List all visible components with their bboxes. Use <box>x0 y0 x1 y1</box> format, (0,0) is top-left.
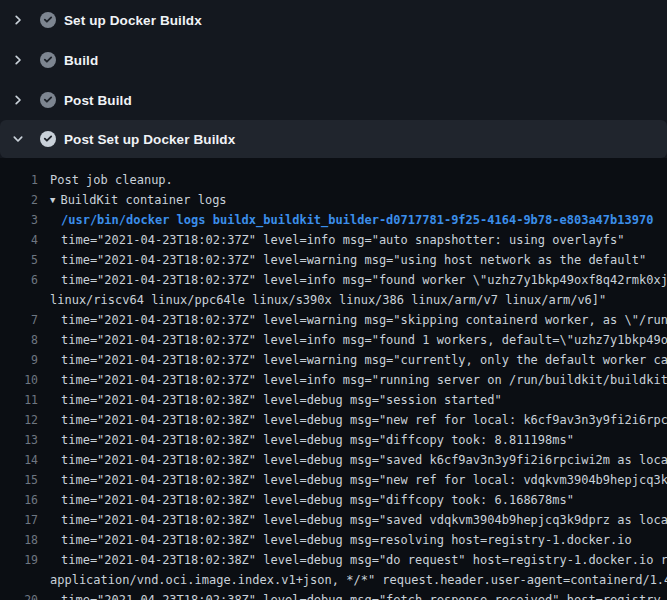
step-row-post-build[interactable]: Post Build <box>0 80 667 120</box>
chevron-right-icon <box>12 14 24 26</box>
log-line-number[interactable]: 5 <box>0 253 38 267</box>
step-row-build[interactable]: Build <box>0 40 667 80</box>
log-line-number[interactable]: 10 <box>0 373 38 387</box>
log-line: 18 time="2021-04-23T18:02:38Z" level=deb… <box>0 530 667 550</box>
log-line-number[interactable]: 3 <box>0 213 38 227</box>
log-line: 6 time="2021-04-23T18:02:37Z" level=info… <box>0 270 667 290</box>
log-line: 10 time="2021-04-23T18:02:37Z" level=inf… <box>0 370 667 390</box>
log-line: 8 time="2021-04-23T18:02:37Z" level=info… <box>0 330 667 350</box>
log-line-text: time="2021-04-23T18:02:37Z" level=warnin… <box>50 253 646 267</box>
log-line-number[interactable]: 4 <box>0 233 38 247</box>
log-line: 2 ▼BuildKit container logs <box>0 190 667 210</box>
log-group-toggle-icon[interactable]: ▼ <box>50 195 55 205</box>
log-line-number[interactable]: 14 <box>0 453 38 467</box>
step-row-set-up-docker-buildx[interactable]: Set up Docker Buildx <box>0 0 667 40</box>
log-line-number[interactable]: 12 <box>0 413 38 427</box>
log-line: 16 time="2021-04-23T18:02:38Z" level=deb… <box>0 490 667 510</box>
log-line-number[interactable]: 20 <box>0 593 38 600</box>
log-line: 1 Post job cleanup. <box>0 170 667 190</box>
log-line-text: time="2021-04-23T18:02:38Z" level=debug … <box>50 533 632 547</box>
success-check-icon <box>40 92 56 108</box>
log-line-text: time="2021-04-23T18:02:37Z" level=warnin… <box>50 353 667 367</box>
log-line-number[interactable]: 15 <box>0 473 38 487</box>
chevron-right-icon <box>12 54 24 66</box>
step-title: Post Set up Docker Buildx <box>64 132 235 147</box>
log-line-text: ▼BuildKit container logs <box>50 193 227 207</box>
log-line: 14 time="2021-04-23T18:02:38Z" level=deb… <box>0 450 667 470</box>
log-output-panel: 1 Post job cleanup. 2 ▼BuildKit containe… <box>0 158 667 600</box>
log-line: 20 time="2021-04-23T18:02:38Z" level=deb… <box>0 590 667 600</box>
log-line-text: time="2021-04-23T18:02:37Z" level=warnin… <box>50 313 667 327</box>
log-line: 17 time="2021-04-23T18:02:38Z" level=deb… <box>0 510 667 530</box>
log-line-number[interactable]: 1 <box>0 173 38 187</box>
log-line-text: time="2021-04-23T18:02:37Z" level=info m… <box>50 273 667 287</box>
log-line-number[interactable]: 2 <box>0 193 38 207</box>
log-line-text: time="2021-04-23T18:02:38Z" level=debug … <box>50 413 667 427</box>
chevron-down-icon <box>12 133 24 145</box>
log-line-text: time="2021-04-23T18:02:37Z" level=info m… <box>50 333 667 347</box>
log-line-text: time="2021-04-23T18:02:37Z" level=info m… <box>50 373 667 387</box>
step-row-post-set-up-docker-buildx[interactable]: Post Set up Docker Buildx <box>0 120 667 158</box>
log-line: 13 time="2021-04-23T18:02:38Z" level=deb… <box>0 430 667 450</box>
log-line-number[interactable]: 18 <box>0 533 38 547</box>
log-line: 9 time="2021-04-23T18:02:37Z" level=warn… <box>0 350 667 370</box>
job-steps-list: Set up Docker Buildx Build Post Build Po… <box>0 0 667 158</box>
log-line: 7 time="2021-04-23T18:02:37Z" level=warn… <box>0 310 667 330</box>
success-check-icon <box>40 12 56 28</box>
step-title: Set up Docker Buildx <box>64 13 202 28</box>
log-line: 5 time="2021-04-23T18:02:37Z" level=warn… <box>0 250 667 270</box>
log-line-text: time="2021-04-23T18:02:38Z" level=debug … <box>50 393 502 407</box>
success-check-icon <box>40 52 56 68</box>
chevron-right-icon <box>12 94 24 106</box>
log-line-text: time="2021-04-23T18:02:38Z" level=debug … <box>50 513 667 527</box>
log-line-number[interactable]: 13 <box>0 433 38 447</box>
log-line: application/vnd.oci.image.index.v1+json,… <box>0 570 667 590</box>
log-line-text: time="2021-04-23T18:02:38Z" level=debug … <box>50 593 667 600</box>
log-line-number[interactable]: 8 <box>0 333 38 347</box>
log-line-text: time="2021-04-23T18:02:38Z" level=debug … <box>50 433 574 447</box>
log-line-text: time="2021-04-23T18:02:38Z" level=debug … <box>50 473 667 487</box>
log-line: 11 time="2021-04-23T18:02:38Z" level=deb… <box>0 390 667 410</box>
log-line: 19 time="2021-04-23T18:02:38Z" level=deb… <box>0 550 667 570</box>
log-line: 4 time="2021-04-23T18:02:37Z" level=info… <box>0 230 667 250</box>
log-line-text: time="2021-04-23T18:02:38Z" level=debug … <box>50 493 574 507</box>
log-line-text: linux/riscv64 linux/ppc64le linux/s390x … <box>50 293 606 307</box>
log-line-text: Post job cleanup. <box>50 173 173 187</box>
log-line-number[interactable]: 16 <box>0 493 38 507</box>
log-line-number[interactable]: 17 <box>0 513 38 527</box>
log-line-number[interactable]: 6 <box>0 273 38 287</box>
log-line-number[interactable]: 9 <box>0 353 38 367</box>
log-line-text: /usr/bin/docker logs buildx_buildkit_bui… <box>50 213 653 227</box>
log-line-number[interactable]: 7 <box>0 313 38 327</box>
step-title: Post Build <box>64 93 132 108</box>
log-line-text: time="2021-04-23T18:02:38Z" level=debug … <box>50 453 667 467</box>
log-line: linux/riscv64 linux/ppc64le linux/s390x … <box>0 290 667 310</box>
log-line-text: time="2021-04-23T18:02:38Z" level=debug … <box>50 553 667 567</box>
success-check-icon <box>40 131 56 147</box>
log-line-text: application/vnd.oci.image.index.v1+json,… <box>50 573 667 587</box>
log-line-number[interactable]: 19 <box>0 553 38 567</box>
step-title: Build <box>64 53 98 68</box>
log-line-number[interactable]: 11 <box>0 393 38 407</box>
log-line: 3 /usr/bin/docker logs buildx_buildkit_b… <box>0 210 667 230</box>
log-line: 15 time="2021-04-23T18:02:38Z" level=deb… <box>0 470 667 490</box>
log-line-text: time="2021-04-23T18:02:37Z" level=info m… <box>50 233 625 247</box>
log-line: 12 time="2021-04-23T18:02:38Z" level=deb… <box>0 410 667 430</box>
